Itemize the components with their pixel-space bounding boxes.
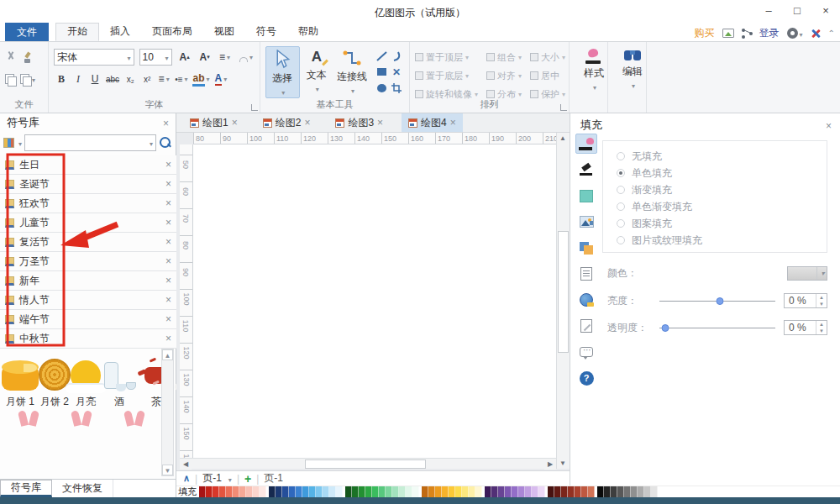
transparency-spinner[interactable]: 0 %▲▼	[784, 320, 827, 335]
fill-option-radio[interactable]: 无填充	[617, 148, 827, 165]
library-list-item[interactable]: 中秋节	[0, 329, 176, 349]
text-arc-button[interactable]	[238, 49, 255, 66]
fill-option-radio[interactable]: 图片或纹理填充	[617, 232, 827, 249]
maximize-button[interactable]: □	[783, 0, 811, 20]
library-category-icon[interactable]	[3, 138, 14, 148]
palette-swatch[interactable]	[412, 486, 419, 497]
symbol-thumbnail[interactable]: 酒	[101, 350, 138, 411]
scroll-left-icon[interactable]: ◀	[180, 459, 192, 470]
palette-swatch[interactable]	[329, 486, 336, 497]
palette-swatch[interactable]	[206, 486, 213, 497]
palette-swatch[interactable]	[588, 486, 595, 497]
palette-swatch[interactable]	[469, 486, 475, 497]
palette-swatch[interactable]	[617, 486, 624, 497]
format-tab-icon[interactable]	[575, 290, 597, 310]
scroll-up-icon[interactable]: ▲	[557, 133, 569, 144]
brightness-slider[interactable]	[659, 301, 775, 302]
format-tab-icon[interactable]	[575, 316, 597, 336]
palette-swatch[interactable]	[392, 486, 399, 497]
palette-swatch[interactable]	[428, 486, 435, 497]
palette-swatch[interactable]	[213, 486, 219, 497]
palette-swatch[interactable]	[372, 486, 379, 497]
quick-access-icon[interactable]	[24, 5, 38, 18]
library-category-caret-icon[interactable]	[17, 137, 22, 149]
library-list-item[interactable]: 儿童节	[0, 213, 176, 233]
collapse-ribbon-icon[interactable]: ⌃	[828, 29, 835, 38]
palette-swatch[interactable]	[246, 486, 253, 497]
document-tab[interactable]: 绘图2	[256, 113, 318, 132]
palette-swatch[interactable]	[282, 486, 289, 497]
scroll-down-icon[interactable]: ▼	[162, 465, 173, 475]
palette-swatch[interactable]	[532, 486, 538, 497]
arrange-dialog-launcher-icon[interactable]	[560, 104, 567, 111]
text-tool-button[interactable]: A 文本	[300, 46, 333, 98]
palette-swatch[interactable]	[309, 486, 316, 497]
scroll-right-icon[interactable]: ▶	[544, 459, 556, 470]
sidebar-bottom-tab[interactable]: 文件恢复	[52, 480, 113, 497]
document-tab[interactable]: 绘图4	[402, 113, 463, 132]
palette-swatch[interactable]	[575, 486, 581, 497]
arrange-button[interactable]: 对齐▾	[486, 70, 522, 82]
library-item-close-icon[interactable]	[165, 275, 171, 286]
format-tab-icon[interactable]	[575, 238, 597, 258]
highlight-button[interactable]: ab	[191, 71, 211, 87]
arrange-button[interactable]: 组合▾	[486, 51, 522, 64]
fill-option-radio[interactable]: 图案填充	[617, 215, 827, 232]
quick-access-icon[interactable]	[63, 5, 76, 18]
library-list-item[interactable]: 圣诞节	[0, 175, 176, 194]
ribbon-tab[interactable]: 视图	[203, 23, 245, 41]
connector-tool-button[interactable]: 连接线	[333, 46, 370, 98]
grow-font-button[interactable]: A▴	[177, 49, 192, 66]
symbol-thumbnail[interactable]	[2, 411, 55, 428]
format-tab-icon[interactable]	[575, 264, 597, 284]
add-page-button[interactable]: +	[244, 472, 251, 486]
palette-swatch[interactable]	[624, 486, 631, 497]
quick-access-icon[interactable]	[5, 5, 18, 18]
drawing-page[interactable]	[193, 144, 556, 458]
arrange-button[interactable]: 置于底层▾	[415, 70, 478, 82]
library-list-item[interactable]: 新年	[0, 271, 176, 291]
brightness-spinner[interactable]: 0 %▲▼	[784, 293, 827, 308]
theme-icon[interactable]	[811, 29, 821, 39]
paste-icon[interactable]	[20, 74, 30, 85]
library-list-item[interactable]: 复活节	[0, 233, 176, 252]
library-item-close-icon[interactable]	[165, 236, 171, 248]
palette-swatch[interactable]	[631, 486, 638, 497]
quick-access-icon[interactable]	[121, 5, 134, 18]
delete-tool-icon[interactable]: ✕	[392, 66, 401, 78]
font-color-button[interactable]: A	[213, 71, 229, 87]
gear-icon[interactable]	[787, 28, 798, 39]
palette-swatch[interactable]	[323, 486, 329, 497]
palette-swatch[interactable]	[611, 486, 617, 497]
palette-swatch[interactable]	[379, 486, 386, 497]
copy-icon[interactable]	[5, 74, 15, 85]
format-tab-icon[interactable]	[575, 160, 597, 180]
palette-swatch[interactable]	[253, 486, 260, 497]
library-item-close-icon[interactable]	[165, 255, 171, 267]
palette-swatch[interactable]	[597, 486, 604, 497]
fill-option-radio[interactable]: 单色渐变填充	[617, 198, 827, 215]
scroll-up-icon[interactable]: ▲	[162, 349, 173, 360]
palette-swatch[interactable]	[512, 486, 518, 497]
symbol-thumbnail[interactable]: 月饼 1	[2, 350, 39, 411]
palette-swatch[interactable]	[561, 486, 568, 497]
quick-access-icon[interactable]	[140, 5, 154, 18]
library-list-item[interactable]: 万圣节	[0, 252, 176, 271]
buy-button[interactable]: 购买	[695, 26, 715, 40]
library-list-item[interactable]: 狂欢节	[0, 194, 176, 213]
arrange-button[interactable]: 置于顶层▾	[415, 51, 478, 64]
search-icon[interactable]	[159, 136, 172, 150]
palette-swatch[interactable]	[435, 486, 442, 497]
palette-swatch[interactable]	[548, 486, 554, 497]
transparency-slider[interactable]	[659, 328, 775, 328]
palette-swatch[interactable]	[491, 486, 498, 497]
library-item-close-icon[interactable]	[165, 333, 171, 344]
gear-caret-icon[interactable]	[798, 28, 803, 39]
superscript-button[interactable]: x²	[139, 71, 155, 87]
quick-access-icon[interactable]	[44, 5, 57, 18]
library-list-item[interactable]: 端午节	[0, 310, 176, 329]
page-tab[interactable]: 页-1	[202, 471, 222, 486]
symbol-library-close-icon[interactable]	[163, 117, 169, 129]
font-family-select[interactable]: 宋体	[54, 49, 134, 66]
close-button[interactable]: ×	[811, 0, 840, 20]
